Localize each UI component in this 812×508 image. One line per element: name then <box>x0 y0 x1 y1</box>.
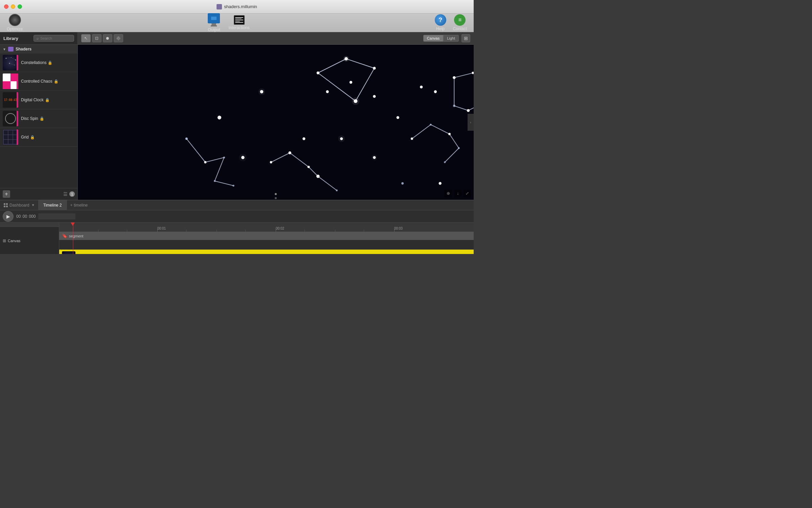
list-item[interactable]: Disc Spin 🔒 <box>0 109 77 128</box>
lock-icon: 🔒 <box>30 135 35 140</box>
clock-display: 17:08:43 <box>4 99 17 102</box>
svg-point-24 <box>317 71 319 74</box>
svg-point-42 <box>448 133 451 135</box>
svg-point-64 <box>239 154 247 161</box>
list-item[interactable]: 17:08:43 Digital Clock 🔒 <box>0 91 77 109</box>
list-item[interactable]: Constellations 🔒 <box>0 54 77 72</box>
svg-line-7 <box>11 58 16 60</box>
svg-point-31 <box>204 161 206 164</box>
grid-view-button[interactable]: ⊞ <box>461 34 470 42</box>
library-items: Constellations 🔒 Controlled Chaos 🔒 <box>0 54 77 188</box>
svg-point-56 <box>258 88 265 95</box>
close-button[interactable] <box>4 4 8 9</box>
light-mode-button[interactable]: Light <box>443 35 459 42</box>
sidebar-header: Library ⌕ <box>0 32 77 45</box>
dashboard-label: Dashboard <box>9 203 29 208</box>
list-item[interactable]: Controlled Chaos 🔒 <box>0 72 77 91</box>
contact-label: Contact <box>453 26 467 31</box>
search-input[interactable] <box>40 36 71 40</box>
layer-row-right[interactable]: Constellations 📝 <box>59 250 474 254</box>
move-tool-button[interactable]: ↖ <box>81 34 91 42</box>
svg-point-62 <box>439 182 442 185</box>
fullscreen-icon[interactable]: ⤢ <box>464 190 471 197</box>
svg-point-17 <box>302 137 305 140</box>
timeline-tab-label: Timeline 2 <box>43 203 62 208</box>
segment-label: segment <box>69 234 83 238</box>
help-icon: ? <box>435 14 446 26</box>
time-scrubber[interactable] <box>38 213 75 219</box>
help-label: Help <box>436 26 445 31</box>
list-view-icon[interactable]: ☰ <box>63 191 68 197</box>
optimize-button[interactable]: Optimize <box>7 14 23 31</box>
digital-clock-thumbnail: 17:08:43 <box>3 92 18 108</box>
timeline-ruler[interactable]: 00:01 00:02 00:03 <box>59 223 474 232</box>
list-item[interactable]: Grid 🔒 <box>0 128 77 147</box>
dashboard-button[interactable]: Dashboard ▼ <box>0 200 39 210</box>
interactions-button[interactable]: Interactions <box>228 15 249 30</box>
help-button[interactable]: ? Help <box>435 14 446 31</box>
maximize-button[interactable] <box>18 4 22 9</box>
download-icon[interactable]: ↓ <box>454 190 461 197</box>
optimize-icon <box>9 14 21 26</box>
output-button[interactable]: Output <box>208 13 220 32</box>
svg-point-36 <box>288 151 291 154</box>
record-tool-button[interactable]: ⏺ <box>103 34 112 42</box>
svg-rect-66 <box>6 203 8 205</box>
search-box[interactable]: ⌕ <box>33 35 74 42</box>
contact-button[interactable]: ≡ Contact <box>453 14 467 31</box>
add-timeline-label: + timeline <box>70 203 88 208</box>
timeline-left-panel: ⊞ Canvas ▼ Layer + 👁 🔒 MD DENSITY <box>0 223 59 254</box>
add-item-button[interactable]: + <box>3 190 10 198</box>
add-timeline-button[interactable]: + timeline <box>67 200 91 210</box>
item-name: Disc Spin 🔒 <box>21 116 44 121</box>
minimize-button[interactable] <box>11 4 15 9</box>
svg-point-29 <box>352 97 359 105</box>
pink-indicator <box>17 92 18 108</box>
svg-point-61 <box>338 135 345 142</box>
folder-icon <box>8 47 14 51</box>
lock-icon: 🔒 <box>54 79 59 84</box>
segment-bar[interactable]: 🔖 segment <box>59 232 474 240</box>
timeline-tab[interactable]: Timeline 2 <box>39 200 67 210</box>
time-hours: 00 <box>16 214 21 219</box>
window-title: shaders.millumin <box>217 4 257 9</box>
segment-bookmark-icon: 🔖 <box>62 233 67 238</box>
crop-tool-button[interactable]: ⊡ <box>92 34 102 42</box>
dashboard-chevron-icon[interactable]: ▼ <box>31 203 35 207</box>
item-name-text: Disc Spin <box>21 116 38 121</box>
timeline-header: Dashboard ▼ Timeline 2 + timeline <box>0 200 474 210</box>
preview-canvas: › ⊕ ↓ ⤢ <box>78 45 474 200</box>
svg-point-21 <box>397 116 399 119</box>
svg-rect-65 <box>4 203 5 205</box>
playhead[interactable] <box>73 223 75 226</box>
layer-thumbnail <box>62 251 75 254</box>
canvas-mode-button[interactable]: Canvas <box>423 35 443 42</box>
target-icon[interactable]: ⊕ <box>445 190 452 197</box>
time-display: 00 : 00 : 000 <box>16 214 36 219</box>
svg-point-28 <box>343 56 349 62</box>
ruler-tick <box>98 230 98 232</box>
svg-point-20 <box>373 95 376 98</box>
title-text: shaders.millumin <box>224 4 257 9</box>
disc-circle <box>5 113 16 124</box>
settings-button[interactable] <box>114 34 123 42</box>
svg-point-41 <box>430 124 432 126</box>
ruler-tick-major <box>394 228 394 232</box>
svg-point-43 <box>458 147 460 149</box>
svg-line-6 <box>6 58 11 58</box>
ruler-tick <box>335 230 335 232</box>
svg-point-23 <box>434 90 437 93</box>
svg-point-50 <box>453 105 455 107</box>
svg-point-49 <box>467 109 470 112</box>
time-minutes: 00 <box>23 214 27 219</box>
shaders-expand-icon[interactable]: ▼ <box>3 47 6 51</box>
ruler-tick <box>304 230 305 232</box>
item-name: Digital Clock 🔒 <box>21 98 50 102</box>
svg-point-58 <box>371 155 377 161</box>
toolbar-center: Output Interactions <box>208 13 249 32</box>
preview-expand-arrow[interactable]: › <box>468 114 474 131</box>
play-button[interactable]: ▶ <box>3 211 14 222</box>
item-name: Constellations 🔒 <box>21 60 52 65</box>
count-badge: 1 <box>69 191 75 197</box>
preview-footer-icons: ⊕ ↓ ⤢ <box>445 190 471 197</box>
